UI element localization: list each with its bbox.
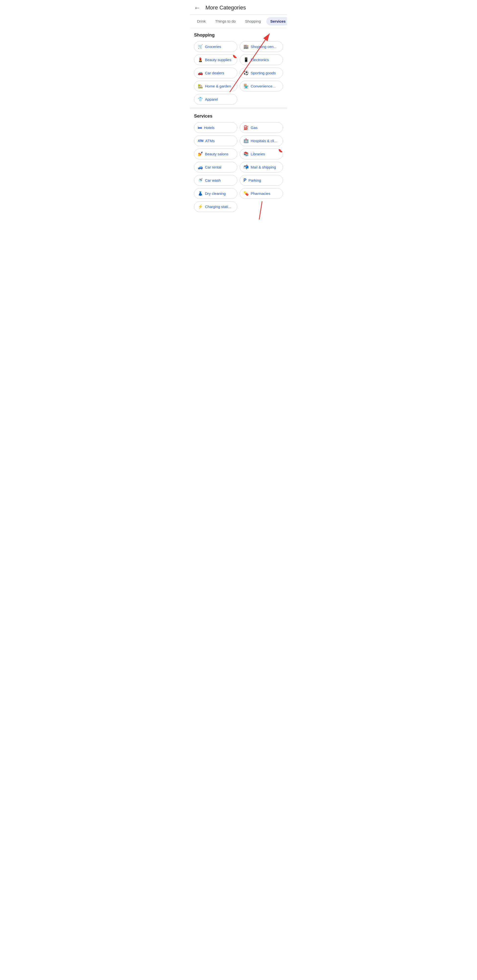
services-grid: 🛏 Hotels ⛽ Gas ATM ATMs 🏥 Hospitals & cl… <box>194 122 283 212</box>
car-dealers-icon: 🚗 <box>198 70 203 76</box>
sporting-goods-icon: ⚽ <box>243 70 249 76</box>
shopping-grid: 🛒 Groceries 🏬 Shopping cen... 💄 Beauty s… <box>194 41 283 105</box>
chip-mail-shipping[interactable]: 📬 Mail & shipping <box>240 162 283 172</box>
chip-pharmacies[interactable]: 💊 Pharmacies <box>240 188 283 199</box>
beauty-supplies-icon: 💄 <box>198 57 203 62</box>
car-wash-icon: 🚿 <box>198 178 203 183</box>
chip-hotels[interactable]: 🛏 Hotels <box>194 122 237 133</box>
chip-charging-stations[interactable]: ⚡ Charging stati... <box>194 201 237 212</box>
chip-mail-shipping-label: Mail & shipping <box>251 165 276 169</box>
atms-icon: ATM <box>198 139 203 143</box>
badge-1: 1 <box>233 54 237 58</box>
dry-cleaning-icon: 👗 <box>198 191 203 196</box>
chip-electronics-label: Electronics <box>251 58 269 62</box>
pharmacies-icon: 💊 <box>243 191 249 196</box>
shopping-section: Shopping 🛒 Groceries 🏬 Shopping cen... 💄… <box>190 28 287 107</box>
chip-convenience-label: Convenience... <box>251 84 275 88</box>
chip-shopping-centers-label: Shopping cen... <box>251 45 277 49</box>
chip-car-wash-label: Car wash <box>205 178 221 183</box>
chip-groceries[interactable]: 🛒 Groceries <box>194 41 237 52</box>
tab-shopping[interactable]: Shopping <box>241 17 265 25</box>
chip-electronics[interactable]: 📱 Electronics <box>240 54 283 65</box>
chip-gas[interactable]: ⛽ Gas <box>240 122 283 133</box>
chip-beauty-supplies[interactable]: 💄 Beauty supplies 1 <box>194 54 237 65</box>
parking-icon: P <box>243 178 246 183</box>
tab-things-to-do[interactable]: Things to do <box>211 17 240 25</box>
chip-hotels-label: Hotels <box>204 126 215 130</box>
chip-sporting-goods-label: Sporting goods <box>251 71 276 75</box>
tab-drink[interactable]: Drink <box>193 17 210 25</box>
chip-libraries-label: Libraries <box>251 152 265 156</box>
chip-hospitals-label: Hospitals & cli... <box>251 139 277 143</box>
chip-apparel-label: Apparel <box>205 97 218 102</box>
badge-2: 2 <box>279 149 283 152</box>
car-rental-icon: 🚙 <box>198 164 203 170</box>
apparel-icon: 👕 <box>198 97 203 102</box>
services-section-title: Services <box>194 114 283 119</box>
chip-convenience[interactable]: 🏪 Convenience... <box>240 81 283 91</box>
hospitals-icon: 🏥 <box>243 138 249 143</box>
chip-dry-cleaning[interactable]: 👗 Dry cleaning <box>194 188 237 199</box>
chip-atms[interactable]: ATM ATMs <box>194 135 237 146</box>
chip-beauty-salons-label: Beauty salons <box>205 152 228 156</box>
section-divider <box>190 107 287 109</box>
electronics-icon: 📱 <box>243 57 249 62</box>
shopping-section-title: Shopping <box>194 33 283 38</box>
beauty-salons-icon: 💅 <box>198 151 203 157</box>
chip-dry-cleaning-label: Dry cleaning <box>205 191 226 196</box>
back-button[interactable]: ← <box>194 5 200 11</box>
chip-car-dealers-label: Car dealers <box>205 71 224 75</box>
mail-shipping-icon: 📬 <box>243 164 249 170</box>
convenience-icon: 🏪 <box>243 84 249 89</box>
home-garden-icon: 🏡 <box>198 84 203 89</box>
chip-pharmacies-label: Pharmacies <box>251 191 270 196</box>
chip-hospitals[interactable]: 🏥 Hospitals & cli... <box>240 135 283 146</box>
chip-parking-label: Parking <box>248 178 261 183</box>
chip-groceries-label: Groceries <box>205 45 221 49</box>
page-title: More Categories <box>205 5 246 11</box>
header: ← More Categories <box>190 0 287 15</box>
tabs-bar: Drink Things to do Shopping Services <box>190 15 287 28</box>
chip-gas-label: Gas <box>251 126 258 130</box>
gas-icon: ⛽ <box>243 125 249 130</box>
hotels-icon: 🛏 <box>198 125 202 130</box>
tab-services[interactable]: Services <box>266 17 287 25</box>
chip-libraries[interactable]: 📚 Libraries 2 <box>240 149 283 159</box>
chip-car-wash[interactable]: 🚿 Car wash <box>194 175 237 186</box>
chip-atms-label: ATMs <box>205 139 215 143</box>
groceries-icon: 🛒 <box>198 44 203 49</box>
chip-car-rental[interactable]: 🚙 Car rental <box>194 162 237 172</box>
chip-sporting-goods[interactable]: ⚽ Sporting goods <box>240 68 283 78</box>
services-section: Services 🛏 Hotels ⛽ Gas ATM ATMs 🏥 Hospi… <box>190 109 287 220</box>
chip-beauty-supplies-label: Beauty supplies <box>205 58 231 62</box>
charging-stations-icon: ⚡ <box>198 204 203 209</box>
shopping-centers-icon: 🏬 <box>243 44 249 49</box>
chip-apparel[interactable]: 👕 Apparel <box>194 94 237 105</box>
chip-home-garden[interactable]: 🏡 Home & garden <box>194 81 237 91</box>
chip-home-garden-label: Home & garden <box>205 84 231 88</box>
chip-car-rental-label: Car rental <box>205 165 221 169</box>
chip-charging-stations-label: Charging stati... <box>205 205 231 209</box>
chip-shopping-centers[interactable]: 🏬 Shopping cen... <box>240 41 283 52</box>
chip-beauty-salons[interactable]: 💅 Beauty salons <box>194 149 237 159</box>
chip-car-dealers[interactable]: 🚗 Car dealers <box>194 68 237 78</box>
libraries-icon: 📚 <box>243 151 249 157</box>
chip-parking[interactable]: P Parking <box>240 175 283 186</box>
